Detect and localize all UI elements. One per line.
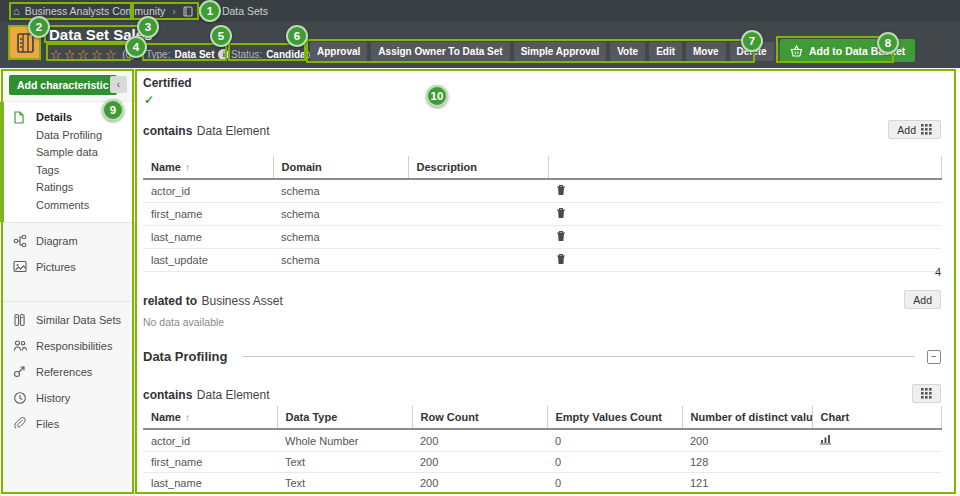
- cell-chart: [812, 452, 941, 473]
- add-to-data-basket-button[interactable]: Add to Data Basket: [780, 39, 915, 62]
- cell-name[interactable]: actor_id: [143, 429, 277, 452]
- asset-type-meta: Type: Data Set i: [146, 45, 229, 63]
- table-options-grid-icon: [921, 388, 932, 399]
- star-icon[interactable]: ☆: [77, 48, 89, 61]
- table-row[interactable]: last_name schema: [143, 226, 941, 249]
- move-button[interactable]: Move: [686, 42, 726, 61]
- cell-empty-values: 0: [547, 473, 682, 494]
- sidebar-item-similar-data-sets[interactable]: Similar Data Sets: [0, 307, 135, 333]
- table-row[interactable]: first_name schema: [143, 203, 941, 226]
- sidebar-item-responsibilities[interactable]: Responsibilities: [0, 333, 135, 359]
- breadcrumb-community[interactable]: ⌂ Business Analysts Community: [13, 5, 165, 17]
- table-row-count: 4: [143, 266, 941, 278]
- sidebar-collapse-button[interactable]: ‹: [110, 76, 127, 93]
- cell-name[interactable]: first_name: [143, 203, 273, 226]
- column-header-row-count[interactable]: Row Count: [412, 406, 547, 429]
- simple-approval-button[interactable]: Simple Approval: [514, 42, 607, 61]
- history-clock-icon: [13, 391, 27, 405]
- cell-row-count: 200: [412, 452, 547, 473]
- table-row[interactable]: first_name Text 200 0 128: [143, 452, 941, 473]
- info-icon[interactable]: i: [218, 49, 229, 60]
- delete-row-button[interactable]: [556, 184, 566, 196]
- column-header-chart[interactable]: Chart: [812, 406, 941, 429]
- sort-asc-icon: ↑: [185, 412, 190, 423]
- people-icon: [13, 339, 27, 352]
- delete-button[interactable]: Delete: [730, 42, 774, 61]
- sidebar-more-group: Similar Data Sets Responsibilities: [0, 301, 135, 437]
- vote-button[interactable]: Vote: [610, 42, 645, 61]
- app-window: ⌂ Business Analysts Community › New Data…: [0, 0, 960, 496]
- delete-row-button[interactable]: [556, 230, 566, 242]
- view-chart-button[interactable]: [820, 434, 832, 445]
- sidebar-item-tags[interactable]: Tags: [0, 162, 135, 180]
- relation-target: Data Element: [197, 388, 270, 402]
- star-icon[interactable]: ☆: [64, 48, 76, 61]
- sidebar-item-pictures[interactable]: Pictures: [0, 254, 135, 280]
- asset-header: Data Set Sales ☆ ☆ ☆ ☆ ☆ (0) Type: Data …: [0, 22, 960, 68]
- star-icon[interactable]: ☆: [105, 48, 117, 61]
- column-header-name[interactable]: Name↑: [143, 406, 277, 429]
- sidebar-item-sample-data[interactable]: Sample data: [0, 144, 135, 162]
- cell-name[interactable]: actor_id: [143, 179, 273, 203]
- add-relation-button[interactable]: Add: [904, 290, 941, 309]
- delete-row-button[interactable]: [556, 207, 566, 219]
- relation-target: Business Asset: [201, 294, 282, 308]
- table-row[interactable]: actor_id Whole Number 200 0 200: [143, 429, 941, 452]
- sidebar-item-label: Comments: [36, 199, 89, 211]
- data-set-icon: [17, 33, 34, 53]
- sidebar-item-diagram[interactable]: Diagram: [0, 228, 135, 254]
- cell-description: [408, 203, 548, 226]
- diagram-icon: [13, 234, 27, 248]
- sort-asc-icon: ↑: [185, 162, 190, 173]
- column-header-domain[interactable]: Domain: [273, 156, 408, 179]
- table-options-button[interactable]: [912, 384, 941, 403]
- cell-description: [408, 179, 548, 203]
- column-header-distinct-values[interactable]: Number of distinct values: [682, 406, 812, 429]
- relation-name: contains: [143, 124, 192, 138]
- add-relation-button[interactable]: Add: [888, 120, 941, 139]
- approval-button[interactable]: Approval: [310, 42, 367, 61]
- assign-owner-button[interactable]: Assign Owner To Data Set: [371, 42, 509, 61]
- add-characteristic-button[interactable]: Add characteristic: [9, 75, 117, 95]
- sidebar-item-files[interactable]: Files: [0, 411, 135, 437]
- column-header-empty-values[interactable]: Empty Values Count: [547, 406, 682, 429]
- data-profiling-title: Data Profiling: [143, 349, 228, 364]
- rating-stars[interactable]: ☆ ☆ ☆ ☆ ☆ (0): [50, 45, 135, 63]
- basket-button-label: Add to Data Basket: [809, 45, 905, 57]
- domain-icon: [183, 6, 193, 17]
- delete-row-button[interactable]: [556, 253, 566, 265]
- sidebar-visuals-group: Diagram Pictures: [0, 228, 135, 280]
- column-header-name[interactable]: Name↑: [143, 156, 273, 179]
- sidebar-item-references[interactable]: References: [0, 359, 135, 385]
- sidebar-item-label: Tags: [36, 164, 59, 176]
- sidebar-item-details[interactable]: Details: [0, 109, 135, 127]
- sidebar-item-history[interactable]: History: [0, 385, 135, 411]
- asset-type-tile: [10, 26, 40, 59]
- collapse-section-button[interactable]: −: [927, 350, 941, 364]
- references-icon: [13, 365, 27, 378]
- rating-count: (0): [122, 49, 134, 60]
- cell-distinct-values: 128: [682, 452, 812, 473]
- cell-domain: schema: [273, 203, 408, 226]
- breadcrumb-domain[interactable]: New Data Sets: [183, 5, 268, 17]
- star-icon[interactable]: ☆: [91, 48, 103, 61]
- relation-target: Data Element: [197, 124, 270, 138]
- cell-name[interactable]: last_name: [143, 226, 273, 249]
- trash-icon: [556, 184, 566, 196]
- sidebar-item-ratings[interactable]: Ratings: [0, 179, 135, 197]
- cell-name[interactable]: last_name: [143, 473, 277, 494]
- edit-button[interactable]: Edit: [649, 42, 682, 61]
- column-header-description[interactable]: Description: [408, 156, 548, 179]
- table-options-grid-icon: [921, 124, 932, 135]
- table-row[interactable]: actor_id schema: [143, 179, 941, 203]
- cell-chart: [812, 473, 941, 494]
- sidebar-item-data-profiling[interactable]: Data Profiling: [0, 127, 135, 145]
- sidebar-item-label: Diagram: [36, 235, 78, 247]
- sidebar-item-comments[interactable]: Comments: [0, 197, 135, 215]
- breadcrumb-bar: ⌂ Business Analysts Community › New Data…: [0, 0, 960, 22]
- cell-name[interactable]: first_name: [143, 452, 277, 473]
- profiling-contains-header: contains Data Element: [143, 384, 941, 403]
- column-header-data-type[interactable]: Data Type: [277, 406, 412, 429]
- table-row[interactable]: last_name Text 200 0 121: [143, 473, 941, 494]
- star-icon[interactable]: ☆: [50, 48, 62, 61]
